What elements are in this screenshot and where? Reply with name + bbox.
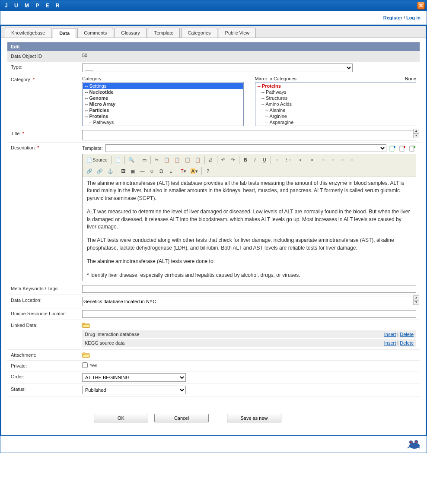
anchor-icon[interactable]: ⚓ — [105, 167, 115, 175]
category-listbox[interactable]: -- Settings-- Nucleotide-- Genome-- Micr… — [82, 82, 244, 126]
private-checkbox[interactable] — [82, 362, 88, 368]
preview-icon[interactable]: 🔍 — [127, 155, 136, 164]
paste-word-icon[interactable]: 📋 — [193, 155, 203, 164]
editor-paragraph: The alanine aminotransferase (ALT) test … — [87, 180, 411, 202]
delete-link[interactable]: Delete — [400, 340, 414, 346]
private-yes-label: Yes — [89, 363, 97, 368]
print-icon[interactable]: 🖨 — [207, 155, 215, 164]
special-char-icon[interactable]: Ω — [157, 167, 166, 175]
list-item[interactable]: -- Proteins — [83, 113, 243, 119]
list-item[interactable]: -- Pathways — [256, 89, 416, 95]
template-remove-icon[interactable] — [399, 145, 406, 152]
list-item[interactable]: -- Arginine — [256, 113, 416, 119]
title-spin-down[interactable]: ▼ — [413, 133, 419, 138]
loc-spin-up[interactable]: ▲ — [413, 295, 419, 300]
login-link[interactable]: Log in — [406, 15, 421, 20]
svg-rect-1 — [400, 146, 404, 151]
register-link[interactable]: Register — [383, 15, 402, 20]
link-icon[interactable]: 🔗 — [85, 167, 94, 175]
list-item[interactable]: -- Proteins — [256, 83, 416, 89]
tab-data[interactable]: Data — [53, 28, 76, 38]
copy-icon[interactable]: 📋 — [162, 155, 172, 164]
align-center-icon[interactable]: ≡ — [328, 155, 337, 164]
smiley-icon[interactable]: ☺ — [147, 167, 156, 175]
list-item[interactable]: -- Pathways — [83, 119, 243, 125]
meta-input[interactable] — [82, 285, 416, 293]
list-item[interactable]: -- Micro Array — [83, 101, 243, 107]
hr-icon[interactable]: — — [138, 167, 147, 175]
undo-icon[interactable]: ↶ — [219, 155, 228, 164]
list-item[interactable]: -- Alanine — [256, 107, 416, 113]
editor-paragraph: ALT was measured to determine the level … — [87, 208, 411, 231]
status-select[interactable]: Published — [82, 386, 186, 394]
template-icon[interactable]: ▭ — [140, 155, 149, 164]
none-link[interactable]: None — [405, 76, 416, 81]
mirror-listbox[interactable]: -- Proteins -- Pathways -- Structures --… — [255, 82, 417, 126]
label-order: Order: — [7, 371, 79, 384]
editor-paragraph: The alanine aminotransferase (ALT) tests… — [87, 258, 411, 265]
list-item[interactable]: -- Amino Acids — [256, 101, 416, 107]
paste-icon[interactable]: 📋 — [172, 155, 182, 164]
tab-public-view[interactable]: Public View — [219, 28, 256, 38]
save-as-new-button[interactable]: Save as new — [227, 414, 281, 422]
template-save-icon[interactable] — [409, 145, 416, 152]
text-color-icon[interactable]: T▾ — [179, 167, 188, 175]
new-page-icon[interactable]: 📄 — [113, 155, 123, 164]
align-left-icon[interactable]: ≡ — [319, 155, 328, 164]
ok-button[interactable]: OK — [94, 414, 148, 422]
tab-comments[interactable]: Comments — [77, 28, 113, 38]
list-item[interactable]: -- Nucleotide — [83, 89, 243, 95]
unlink-icon[interactable]: 🔗 — [95, 167, 105, 175]
editor-body[interactable]: The alanine aminotransferase (ALT) test … — [83, 177, 416, 281]
template-apply-icon[interactable] — [389, 145, 396, 152]
ordered-list-icon[interactable]: ≡ — [273, 155, 281, 164]
folder-open-icon[interactable] — [82, 322, 90, 328]
source-button[interactable]: 📄 Source — [85, 155, 109, 164]
delete-link[interactable]: Delete — [400, 332, 414, 337]
outdent-icon[interactable]: ⇤ — [297, 155, 306, 164]
close-icon[interactable]: ✕ — [417, 2, 425, 10]
tab-glossary[interactable]: Glossary — [115, 28, 146, 38]
italic-icon[interactable]: I — [251, 155, 259, 164]
paste-text-icon[interactable]: 📋 — [183, 155, 192, 164]
url-input[interactable] — [82, 310, 416, 318]
order-select[interactable]: AT THE BEGINNING — [82, 373, 186, 382]
list-item[interactable]: -- Structures — [256, 95, 416, 101]
cancel-button[interactable]: Cancel — [154, 414, 209, 422]
template-label: Template: — [82, 146, 103, 151]
justify-icon[interactable]: ≡ — [347, 155, 356, 164]
bg-color-icon[interactable]: A▾ — [189, 167, 200, 175]
table-icon[interactable]: ▦ — [128, 167, 137, 175]
folder-open-icon[interactable] — [82, 352, 90, 358]
type-select[interactable]: ___ — [82, 63, 353, 72]
align-right-icon[interactable]: ≡ — [338, 155, 347, 164]
tab-knowledgebase[interactable]: Knowledgebase — [5, 28, 51, 38]
linked-data-row: Drug Interaction databaseInsert | Delete — [82, 330, 416, 338]
label-attachment: Attachment: — [7, 350, 79, 360]
list-item[interactable]: -- Genome — [83, 95, 243, 101]
label-type: Type: — [11, 64, 22, 70]
title-input[interactable] — [82, 130, 416, 140]
bold-icon[interactable]: B — [241, 155, 250, 164]
linked-data-row: KEGG source dataInsert | Delete — [82, 339, 416, 347]
image-icon[interactable]: 🖼 — [119, 167, 127, 175]
cut-icon[interactable]: ✂ — [153, 155, 161, 164]
tab-categories[interactable]: Categories — [181, 28, 217, 38]
indent-icon[interactable]: ⇥ — [306, 155, 315, 164]
insert-link[interactable]: Insert — [384, 340, 396, 346]
list-item[interactable]: -- Settings — [83, 83, 243, 89]
tab-template[interactable]: Template — [148, 28, 180, 38]
underline-icon[interactable]: U — [260, 155, 269, 164]
data-location-input[interactable] — [82, 297, 416, 306]
template-select[interactable] — [105, 144, 386, 152]
redo-icon[interactable]: ↷ — [229, 155, 237, 164]
help-icon[interactable]: ? — [204, 167, 212, 175]
insert-link[interactable]: Insert — [384, 332, 396, 337]
loc-spin-down[interactable]: ▼ — [413, 300, 419, 305]
unordered-list-icon[interactable]: ⋮≡ — [282, 155, 293, 164]
list-item[interactable]: -- Particles — [83, 107, 243, 113]
title-spin-up[interactable]: ▲ — [413, 129, 419, 133]
list-item[interactable]: -- Asparagine — [256, 119, 416, 125]
section-header: Edit — [7, 42, 420, 51]
page-break-icon[interactable]: ⤓ — [166, 167, 175, 175]
